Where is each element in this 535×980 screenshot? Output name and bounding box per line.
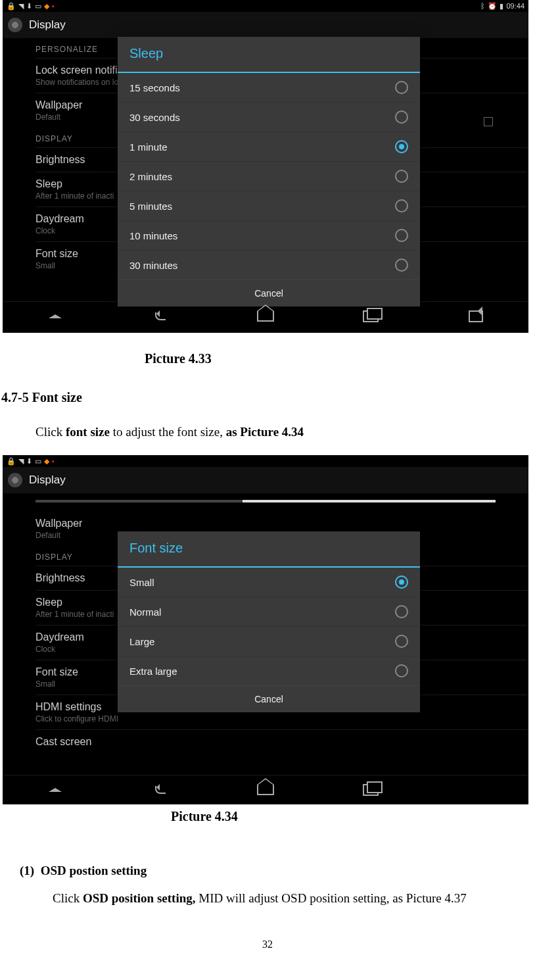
recent-apps-button[interactable] [361, 309, 380, 324]
sleep-dialog: Sleep 15 seconds 30 seconds 1 minute 2 m… [118, 37, 420, 306]
sync-icon: ◆ [44, 457, 49, 466]
navigation-bar [3, 301, 528, 331]
app-icon: ▪ [52, 457, 55, 465]
settings-header: Display [3, 12, 528, 38]
option-label: Extra large [129, 666, 177, 677]
sync-icon: ◆ [44, 2, 49, 11]
osd-section: (1) OSD postion setting [20, 857, 535, 885]
screenshot-sleep-dialog: 🔒 ◥ ⬇ ▭ ◆ ▪ ᛒ ⏰ ▮ 09:44 Display PERSONAL… [3, 0, 528, 333]
option-label: 1 minute [129, 141, 168, 153]
lock-icon: 🔒 [7, 2, 16, 11]
radio-icon [395, 664, 408, 677]
cancel-button[interactable]: Cancel [118, 280, 420, 306]
bluetooth-icon: ᛒ [480, 2, 485, 10]
battery-icon: ▮ [500, 2, 503, 11]
option-label: Normal [129, 606, 161, 618]
lock-icon: 🔒 [7, 457, 16, 466]
download-icon: ⬇ [26, 2, 32, 11]
header-title: Display [29, 474, 66, 487]
font-option-large[interactable]: Large [118, 627, 420, 656]
radio-icon [395, 576, 408, 589]
navigation-bar [3, 775, 528, 804]
alarm-icon: ⏰ [488, 2, 497, 11]
dialog-title: Sleep [118, 37, 420, 73]
checkbox-icon[interactable] [484, 117, 493, 126]
font-option-extra-large[interactable]: Extra large [118, 656, 420, 685]
download-icon: ⬇ [26, 457, 32, 466]
radio-icon [395, 258, 408, 272]
radio-icon [395, 170, 408, 183]
radio-icon [395, 110, 408, 124]
back-button[interactable] [151, 309, 170, 324]
radio-icon [395, 229, 408, 242]
status-bar: 🔒 ◥ ⬇ ▭ ◆ ▪ [3, 455, 528, 467]
sleep-option-30-seconds[interactable]: 30 seconds [118, 103, 420, 132]
pref-cast-screen[interactable]: Cast screen [35, 729, 528, 754]
font-size-dialog: Font size Small Normal Large Extra large… [118, 531, 420, 712]
radio-icon [395, 81, 408, 94]
wifi-icon: ◥ [18, 2, 24, 11]
option-label: 30 minutes [129, 260, 177, 271]
sleep-option-15-seconds[interactable]: 15 seconds [118, 73, 420, 103]
screenshot-button[interactable] [467, 309, 485, 324]
gear-icon [8, 473, 22, 487]
clock-text: 09:44 [506, 2, 524, 10]
sleep-option-1-minute[interactable]: 1 minute [118, 132, 420, 162]
sleep-option-5-minutes[interactable]: 5 minutes [118, 191, 420, 221]
sleep-option-30-minutes[interactable]: 30 minutes [118, 251, 420, 280]
option-label: 15 seconds [129, 82, 180, 93]
pref-title: Cast screen [35, 736, 528, 748]
body-text: Click font size to adjust the font size,… [35, 418, 535, 446]
home-button[interactable] [256, 783, 275, 797]
option-label: Small [129, 577, 154, 588]
collapse-icon[interactable] [46, 783, 64, 797]
image-icon: ▭ [35, 2, 41, 11]
image-icon: ▭ [35, 457, 41, 466]
recent-apps-button[interactable] [361, 783, 380, 797]
radio-icon [395, 199, 408, 212]
screenshot-font-size-dialog: 🔒 ◥ ⬇ ▭ ◆ ▪ Display Wallpaper Default DI… [3, 455, 528, 791]
brightness-slider[interactable] [35, 500, 496, 502]
option-label: Large [129, 636, 154, 647]
option-label: 5 minutes [129, 201, 172, 212]
radio-icon [395, 635, 408, 648]
status-bar: 🔒 ◥ ⬇ ▭ ◆ ▪ ᛒ ⏰ ▮ 09:44 [3, 0, 528, 12]
osd-body: Click OSD position setting, MID will adj… [53, 885, 535, 912]
font-option-small[interactable]: Small [118, 568, 420, 597]
section-heading: 4.7-5 Font size [1, 383, 535, 412]
gear-icon [8, 18, 22, 32]
app-icon: ▪ [52, 2, 55, 10]
settings-header: Display [3, 467, 528, 493]
page-number: 32 [0, 939, 535, 950]
figure-caption: Picture 4.34 [0, 802, 535, 831]
dialog-title: Font size [118, 531, 420, 568]
home-button[interactable] [256, 309, 275, 324]
wifi-icon: ◥ [18, 457, 24, 466]
option-label: 10 minutes [129, 230, 177, 241]
radio-icon [395, 140, 408, 153]
collapse-icon[interactable] [46, 309, 64, 324]
cancel-button[interactable]: Cancel [118, 685, 420, 712]
sleep-option-10-minutes[interactable]: 10 minutes [118, 221, 420, 251]
pref-summary: Click to configure HDMI [35, 714, 528, 723]
back-button[interactable] [151, 783, 170, 797]
header-title: Display [29, 18, 66, 32]
option-label: 2 minutes [129, 171, 172, 182]
font-option-normal[interactable]: Normal [118, 597, 420, 627]
sleep-option-2-minutes[interactable]: 2 minutes [118, 162, 420, 191]
pref-title: Wallpaper [35, 518, 528, 529]
option-label: 30 seconds [129, 112, 180, 123]
radio-icon [395, 605, 408, 618]
figure-caption: Picture 4.33 [0, 345, 535, 373]
